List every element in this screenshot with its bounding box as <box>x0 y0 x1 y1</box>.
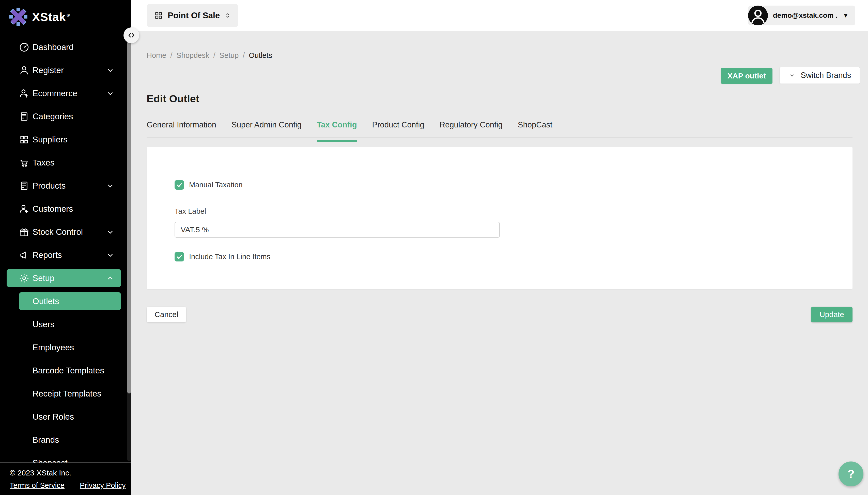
sidebar-item-products[interactable]: Products <box>0 174 131 197</box>
gear-icon <box>19 273 30 284</box>
privacy-policy-link[interactable]: Privacy Policy <box>80 481 126 490</box>
breadcrumb-home[interactable]: Home <box>147 51 166 59</box>
sidebar-item-label: Ecommerce <box>33 89 77 98</box>
user-plus-icon <box>19 204 30 214</box>
sidebar-item-label: Reports <box>33 250 62 260</box>
include-tax-label: Include Tax In Line Items <box>189 253 271 261</box>
cart-icon <box>19 157 30 168</box>
sidebar-item-label: Register <box>33 66 64 75</box>
terms-of-service-link[interactable]: Terms of Service <box>10 481 65 490</box>
sidebar-item-label: Customers <box>33 204 73 214</box>
copyright-text: © 2023 XStak Inc. <box>10 468 71 477</box>
cancel-button[interactable]: Cancel <box>147 307 186 322</box>
user-menu-button[interactable]: demo@xstak.com . ▼ <box>748 5 855 25</box>
sidebar-subitem-label: Users <box>33 320 54 329</box>
app-switcher-label: Point Of Sale <box>168 11 220 20</box>
user-icon <box>19 65 30 76</box>
collapse-arrows-icon <box>127 31 136 40</box>
sidebar-scrollbar-thumb[interactable] <box>127 33 131 393</box>
page-title: Edit Outlet <box>147 93 199 105</box>
list-box-icon <box>19 111 30 122</box>
manual-taxation-checkbox[interactable] <box>175 180 184 190</box>
sidebar-item-taxes[interactable]: Taxes <box>0 151 131 174</box>
tax-label-input[interactable] <box>175 222 500 238</box>
sidebar-item-outlets[interactable]: Outlets <box>0 290 131 313</box>
tab-general-information[interactable]: General Information <box>147 120 216 142</box>
chevron-up-icon <box>106 274 115 283</box>
xstak-logo-icon <box>9 7 28 27</box>
sidebar-item-barcode-templates[interactable]: Barcode Templates <box>0 359 131 382</box>
sidebar-item-employees[interactable]: Employees <box>0 336 131 359</box>
chevron-down-icon <box>788 72 796 79</box>
update-button[interactable]: Update <box>811 307 852 322</box>
sidebar-footer: © 2023 XStak Inc. Terms of Service Priva… <box>0 462 131 495</box>
breadcrumb-setup[interactable]: Setup <box>219 51 239 59</box>
sidebar-item-label: Taxes <box>33 158 54 168</box>
sidebar: XStak® Dashboard Register Ecommerce <box>0 0 131 495</box>
sidebar-item-stock-control[interactable]: Stock Control <box>0 220 131 243</box>
sidebar-item-label: Setup <box>33 273 54 283</box>
sidebar-item-label: Categories <box>33 112 73 121</box>
sidebar-item-label: Suppliers <box>33 135 68 144</box>
breadcrumb-separator: / <box>170 51 172 59</box>
tab-shopcast[interactable]: ShopCast <box>518 120 552 142</box>
brand-name: XStak® <box>32 10 70 24</box>
checkmark-icon <box>176 182 183 188</box>
sidebar-nav: Dashboard Register Ecommerce Categories <box>0 36 131 475</box>
manual-taxation-label: Manual Taxation <box>189 181 243 189</box>
sidebar-item-categories[interactable]: Categories <box>0 105 131 128</box>
tab-regulatory-config[interactable]: Regulatory Config <box>440 120 503 142</box>
tab-super-admin-config[interactable]: Super Admin Config <box>231 120 301 142</box>
user-plus-icon <box>19 88 30 99</box>
grid-icon <box>154 11 163 20</box>
sidebar-item-brands[interactable]: Brands <box>0 428 131 451</box>
sidebar-item-label: Products <box>33 181 66 191</box>
topbar: Point Of Sale demo@xstak.com . ▼ <box>131 0 868 31</box>
tab-bar: General Information Super Admin Config T… <box>147 120 552 142</box>
tab-product-config[interactable]: Product Config <box>372 120 424 142</box>
list-box-icon <box>19 181 30 191</box>
checkmark-icon <box>176 254 183 260</box>
sidebar-subitem-label: Employees <box>33 343 74 352</box>
chevron-down-icon <box>106 89 115 98</box>
sidebar-item-reports[interactable]: Reports <box>0 243 131 267</box>
gift-icon <box>19 227 30 237</box>
switch-brands-button[interactable]: Switch Brands <box>780 67 860 84</box>
sidebar-item-users[interactable]: Users <box>0 313 131 336</box>
chevron-down-icon <box>106 66 115 75</box>
include-tax-checkbox[interactable] <box>175 252 184 261</box>
include-tax-row: Include Tax In Line Items <box>175 252 271 261</box>
sidebar-item-setup[interactable]: Setup <box>0 267 131 290</box>
edit-outlet-page: { "colors": { "accent_green": "#4FB286",… <box>0 0 868 495</box>
user-email: demo@xstak.com . <box>773 12 838 19</box>
selector-icon <box>224 12 231 19</box>
caret-down-icon: ▼ <box>842 12 849 19</box>
sidebar-item-register[interactable]: Register <box>0 58 131 82</box>
megaphone-icon <box>19 250 30 260</box>
sidebar-subitem-label: User Roles <box>33 412 74 422</box>
registered-mark: ® <box>67 13 70 18</box>
sidebar-subitem-label: Brands <box>33 435 59 445</box>
breadcrumb-separator: / <box>213 51 215 59</box>
help-button[interactable]: ? <box>838 461 864 487</box>
sidebar-item-receipt-templates[interactable]: Receipt Templates <box>0 382 131 405</box>
switch-brands-label: Switch Brands <box>801 71 851 80</box>
tax-label-field-label: Tax Label <box>175 207 206 216</box>
breadcrumb-separator: / <box>243 51 245 59</box>
sidebar-item-user-roles[interactable]: User Roles <box>0 405 131 428</box>
breadcrumb-shopdesk[interactable]: Shopdesk <box>176 51 209 59</box>
tab-tax-config[interactable]: Tax Config <box>317 120 357 142</box>
sidebar-item-dashboard[interactable]: Dashboard <box>0 36 131 58</box>
sidebar-item-label: Stock Control <box>33 227 83 237</box>
manual-taxation-row: Manual Taxation <box>175 180 243 190</box>
sidebar-item-ecommerce[interactable]: Ecommerce <box>0 82 131 105</box>
sidebar-collapse-toggle[interactable] <box>124 28 139 43</box>
app-switcher-button[interactable]: Point Of Sale <box>147 4 238 27</box>
tax-config-panel: Manual Taxation Tax Label Include Tax In… <box>147 147 852 289</box>
sidebar-item-suppliers[interactable]: Suppliers <box>0 128 131 151</box>
breadcrumb: Home / Shopdesk / Setup / Outlets <box>147 51 272 59</box>
sidebar-item-customers[interactable]: Customers <box>0 197 131 220</box>
dashboard-icon <box>19 42 30 53</box>
brand-logo[interactable]: XStak® <box>9 7 70 27</box>
outlet-status-badge: XAP outlet <box>721 68 772 84</box>
